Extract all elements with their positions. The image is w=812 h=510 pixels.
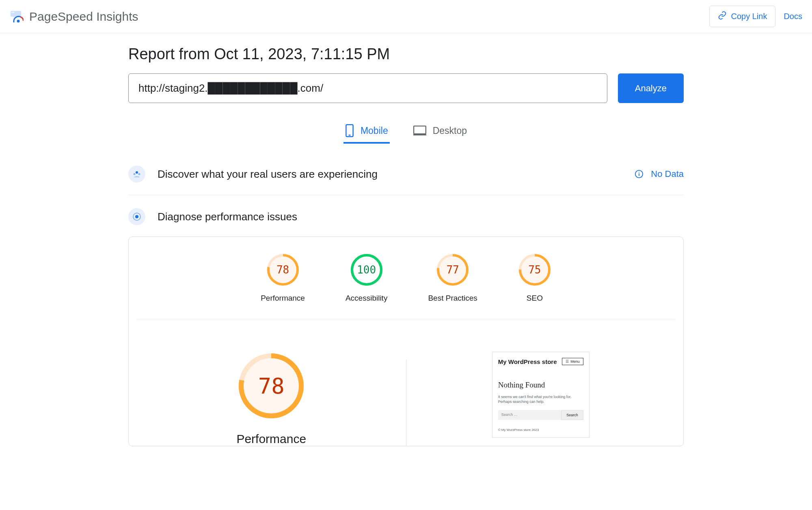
bestpractices-gauge-icon: 77 <box>436 253 469 286</box>
analyze-button[interactable]: Analyze <box>618 73 684 103</box>
crux-section-left: Discover what your real users are experi… <box>128 166 378 183</box>
psi-logo-icon <box>10 10 24 24</box>
link-icon <box>718 11 727 22</box>
gauge-performance[interactable]: 78 Performance <box>261 253 305 303</box>
diagnose-title: Diagnose performance issues <box>158 211 297 223</box>
svg-point-3 <box>17 19 20 22</box>
preview-header: My WordPress store ☰ Menu <box>498 358 583 366</box>
crux-section: Discover what your real users are experi… <box>128 160 684 195</box>
bestpractices-score: 77 <box>436 253 469 286</box>
bestpractices-label: Best Practices <box>428 294 477 303</box>
report-title: Report from Oct 11, 2023, 7:11:15 PM <box>128 45 684 63</box>
performance-gauge-icon: 78 <box>266 253 300 286</box>
tab-desktop[interactable]: Desktop <box>412 119 469 144</box>
category-gauges: 78 Performance 100 Accessibility <box>137 253 675 319</box>
tab-mobile-label: Mobile <box>361 125 388 136</box>
copy-link-button[interactable]: Copy Link <box>709 6 775 27</box>
header-left: PageSpeed Insights <box>10 10 138 24</box>
diagnose-section-left: Diagnose performance issues <box>128 208 297 225</box>
copy-link-label: Copy Link <box>731 12 767 21</box>
performance-label: Performance <box>261 294 305 303</box>
page-screenshot-preview: My WordPress store ☰ Menu Nothing Found … <box>492 352 590 438</box>
accessibility-score: 100 <box>350 253 383 286</box>
svg-rect-6 <box>414 126 426 134</box>
svg-point-13 <box>639 172 639 173</box>
preview-search-input: Search … <box>498 410 561 420</box>
no-data-link[interactable]: No Data <box>635 169 684 179</box>
svg-rect-2 <box>13 12 14 13</box>
app-title: PageSpeed Insights <box>29 10 138 24</box>
seo-gauge-icon: 75 <box>518 253 551 286</box>
mobile-icon <box>345 124 354 137</box>
info-icon <box>635 170 644 179</box>
tab-desktop-label: Desktop <box>433 125 467 136</box>
performance-detail-right: My WordPress store ☰ Menu Nothing Found … <box>406 352 676 446</box>
gauge-accessibility[interactable]: 100 Accessibility <box>346 253 387 303</box>
svg-point-10 <box>138 173 140 175</box>
results-card: 78 Performance 100 Accessibility <box>128 237 684 446</box>
performance-score: 78 <box>266 253 300 286</box>
svg-rect-1 <box>11 12 13 13</box>
performance-detail-left: 78 Performance <box>137 352 406 446</box>
preview-body-text: It seems we can't find what you're looki… <box>498 394 583 405</box>
tab-mobile[interactable]: Mobile <box>343 119 390 144</box>
gauge-seo[interactable]: 75 SEO <box>518 253 551 303</box>
preview-site-title: My WordPress store <box>498 358 557 366</box>
accessibility-label: Accessibility <box>346 294 387 303</box>
hamburger-icon: ☰ <box>566 359 569 364</box>
gauge-best-practices[interactable]: 77 Best Practices <box>428 253 477 303</box>
preview-search-row: Search … Search <box>498 410 583 420</box>
users-icon <box>128 166 145 183</box>
app-header: PageSpeed Insights Copy Link Docs <box>0 0 812 33</box>
performance-detail: 78 Performance My WordPress store ☰ Menu… <box>129 319 683 446</box>
seo-label: SEO <box>527 294 543 303</box>
preview-search-button: Search <box>561 410 583 420</box>
preview-heading: Nothing Found <box>498 381 583 389</box>
header-right: Copy Link Docs <box>709 6 802 27</box>
crux-title: Discover what your real users are experi… <box>158 168 378 181</box>
preview-menu-label: Menu <box>570 359 580 364</box>
diagnose-section: Diagnose performance issues <box>128 202 684 231</box>
big-performance-gauge-icon: 78 <box>237 352 305 420</box>
url-row: Analyze <box>128 73 684 103</box>
device-tabs: Mobile Desktop <box>128 119 684 144</box>
main-content: Report from Oct 11, 2023, 7:11:15 PM Ana… <box>65 45 747 446</box>
svg-point-9 <box>134 173 136 175</box>
svg-point-8 <box>136 171 138 174</box>
svg-point-15 <box>135 215 138 218</box>
docs-link[interactable]: Docs <box>784 12 802 21</box>
big-performance-score: 78 <box>237 352 305 420</box>
url-input[interactable] <box>128 73 607 103</box>
target-icon <box>128 208 145 225</box>
big-performance-label: Performance <box>236 432 306 446</box>
preview-footer: © My WordPress store 2023 <box>498 428 583 432</box>
preview-menu-button: ☰ Menu <box>562 358 583 365</box>
seo-score: 75 <box>518 253 551 286</box>
accessibility-gauge-icon: 100 <box>350 253 383 286</box>
desktop-icon <box>413 125 426 136</box>
no-data-label: No Data <box>651 169 684 179</box>
